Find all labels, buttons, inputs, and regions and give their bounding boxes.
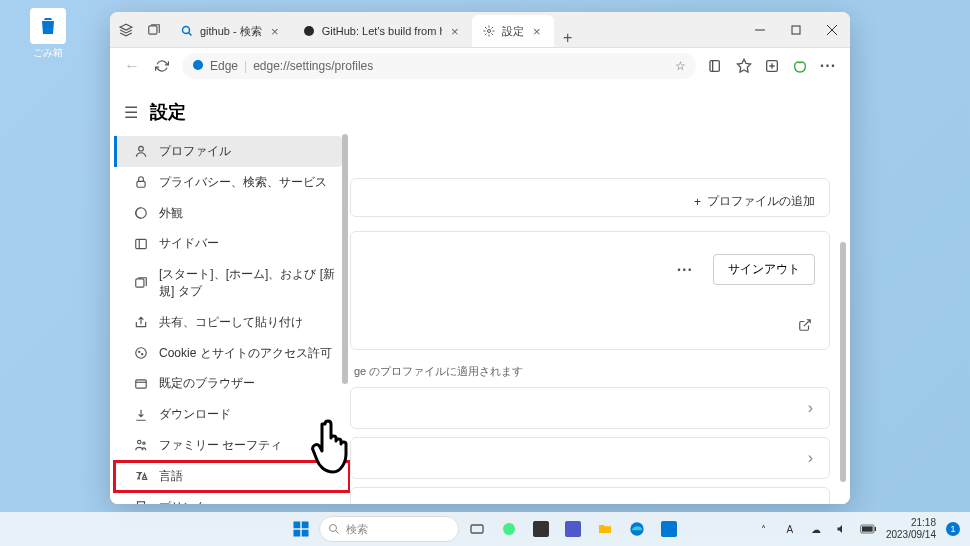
content-scrollbar[interactable] (840, 242, 846, 482)
svg-rect-42 (862, 526, 873, 531)
profile-card: + プロファイルの追加 (350, 178, 830, 217)
ime-indicator[interactable]: A (782, 521, 798, 537)
taskbar-search-placeholder: 検索 (346, 522, 368, 537)
appearance-icon (133, 205, 149, 221)
clock-time: 21:18 (886, 517, 936, 529)
svg-rect-9 (710, 61, 719, 72)
tab-label: 設定 (502, 24, 524, 39)
svg-rect-5 (792, 26, 800, 34)
taskbar-search[interactable]: 検索 (319, 516, 459, 542)
share-icon (133, 314, 149, 330)
tabs-overview-icon[interactable] (146, 22, 162, 38)
explorer-button[interactable] (591, 515, 619, 543)
star-icon[interactable]: ☆ (675, 59, 686, 73)
start-button[interactable] (287, 515, 315, 543)
window-controls (742, 12, 850, 47)
signout-button[interactable]: サインアウト (713, 254, 815, 285)
list-row[interactable]: › (350, 387, 830, 429)
sidebar-item-cookie[interactable]: Cookie とサイトのアクセス許可 (114, 338, 350, 369)
svg-rect-24 (138, 502, 145, 504)
sidebar-item-family[interactable]: ファミリー セーフティ (114, 430, 350, 461)
store-button[interactable] (655, 515, 683, 543)
svg-rect-31 (302, 522, 309, 529)
workspace-icon[interactable] (118, 22, 134, 38)
maximize-button[interactable] (778, 12, 814, 48)
sidebar-scrollbar[interactable] (342, 134, 348, 384)
svg-point-22 (138, 441, 142, 445)
sidebar-item-tabs[interactable]: [スタート]、[ホーム]、および [新規] タブ (114, 259, 350, 307)
url-text: edge://settings/profiles (253, 59, 373, 73)
sidebar-item-label: 共有、コピーして貼り付け (159, 314, 303, 331)
chat-button[interactable] (495, 515, 523, 543)
onedrive-icon[interactable]: ☁ (808, 521, 824, 537)
notifications-icon[interactable]: 1 (946, 522, 960, 536)
favorites-icon[interactable] (734, 56, 754, 76)
minimize-button[interactable] (742, 12, 778, 48)
clock[interactable]: 21:18 2023/09/14 (886, 517, 936, 541)
sidebar-icon (133, 236, 149, 252)
back-button[interactable]: ← (122, 56, 142, 76)
recycle-bin-label: ごみ箱 (30, 46, 66, 60)
tab-0[interactable]: github - 検索 × (170, 15, 292, 47)
extensions-icon[interactable] (790, 56, 810, 76)
close-icon[interactable]: × (530, 24, 544, 38)
sidebar-item-share[interactable]: 共有、コピーして貼り付け (114, 307, 350, 338)
sidebar-item-language[interactable]: 言語 (114, 461, 350, 492)
close-icon[interactable]: × (268, 24, 282, 38)
svg-rect-16 (136, 279, 144, 287)
new-tab-button[interactable]: + (554, 29, 582, 47)
tab-2[interactable]: 設定 × (472, 15, 554, 47)
svg-rect-14 (136, 239, 147, 248)
menu-icon[interactable]: ··· (818, 56, 838, 76)
more-button[interactable]: ··· (669, 257, 701, 283)
settings-main: 設定の検索 + プロファイルの追加 ··· (350, 84, 850, 504)
battery-icon[interactable] (860, 521, 876, 537)
hamburger-icon[interactable]: ☰ (124, 103, 138, 122)
github-icon (302, 24, 316, 38)
sidebar-item-download[interactable]: ダウンロード (114, 399, 350, 430)
external-link-icon[interactable] (795, 315, 815, 335)
task-view-button[interactable] (463, 515, 491, 543)
gear-icon (482, 24, 496, 38)
plus-icon: + (694, 195, 701, 209)
close-window-button[interactable] (814, 12, 850, 48)
address-bar: ← Edge | edge://settings/profiles ☆ ··· (110, 48, 850, 84)
add-profile-button[interactable]: + プロファイルの追加 (694, 193, 815, 210)
chevron-up-icon[interactable]: ˄ (756, 521, 772, 537)
refresh-button[interactable] (152, 56, 172, 76)
svg-point-36 (503, 523, 515, 535)
sidebar-item-appearance[interactable]: 外観 (114, 198, 350, 229)
svg-rect-20 (136, 380, 147, 388)
collections-icon[interactable] (762, 56, 782, 76)
url-field[interactable]: Edge | edge://settings/profiles ☆ (182, 53, 696, 79)
search-icon (180, 24, 194, 38)
family-icon (133, 437, 149, 453)
edge-button[interactable] (623, 515, 651, 543)
svg-rect-30 (294, 522, 301, 529)
pinned-app[interactable] (559, 515, 587, 543)
printer-icon (133, 499, 149, 504)
volume-icon[interactable] (834, 521, 850, 537)
tab-1[interactable]: GitHub: Let's build from here × (292, 15, 472, 47)
pinned-app[interactable] (527, 515, 555, 543)
sidebar-item-printer[interactable]: プリンター (114, 492, 350, 504)
sidebar-item-label: プライバシー、検索、サービス (159, 174, 327, 191)
svg-point-2 (304, 26, 314, 36)
tab-strip: github - 検索 × GitHub: Let's build from h… (170, 12, 742, 47)
sidebar-item-sidebar[interactable]: サイドバー (114, 228, 350, 259)
sidebar-item-profile[interactable]: プロファイル (114, 136, 342, 167)
list-row[interactable]: › (350, 437, 830, 479)
sidebar-item-label: ファミリー セーフティ (159, 437, 282, 454)
close-icon[interactable]: × (448, 24, 462, 38)
list-row[interactable]: › (350, 487, 830, 504)
sidebar-item-lock[interactable]: プライバシー、検索、サービス (114, 167, 350, 198)
sidebar-item-browser[interactable]: 既定のブラウザー (114, 368, 350, 399)
recycle-bin[interactable]: ごみ箱 (30, 8, 66, 60)
svg-point-1 (183, 27, 190, 34)
svg-rect-37 (533, 521, 549, 537)
svg-rect-38 (565, 521, 581, 537)
chevron-right-icon: › (808, 399, 813, 417)
sidebar-item-label: ダウンロード (159, 406, 231, 423)
svg-rect-43 (875, 527, 876, 531)
reading-list-icon[interactable] (706, 56, 726, 76)
